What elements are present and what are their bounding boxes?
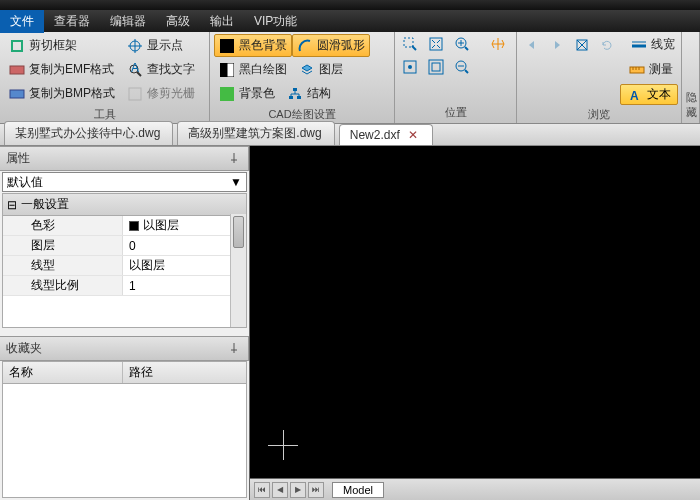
column-header[interactable]: 名称 [3, 362, 123, 383]
column-header[interactable]: 路径 [123, 362, 159, 383]
svg-line-18 [412, 46, 416, 50]
nav-refresh-icon [596, 35, 618, 55]
menu-vip[interactable]: VIP功能 [244, 10, 307, 33]
trim-icon [127, 86, 143, 102]
bmp-icon [9, 86, 25, 102]
svg-rect-26 [429, 60, 443, 74]
tab-nav-prev[interactable]: ◀ [272, 482, 288, 498]
combo-value: 默认值 [7, 174, 43, 191]
bw-icon [219, 62, 235, 78]
group-caption-hide: 隐藏 [686, 88, 695, 123]
black-bg-button[interactable]: 黑色背景 [214, 34, 292, 57]
bgcolor-icon [219, 86, 235, 102]
copy-bmp-button[interactable]: 复制为BMP格式 [4, 82, 120, 105]
pin-icon[interactable] [228, 152, 242, 166]
copy-emf-button[interactable]: 复制为EMF格式 [4, 58, 120, 81]
find-text-button[interactable]: A查找文字 [122, 58, 200, 81]
svg-rect-16 [297, 96, 301, 99]
favorites-header: 名称 路径 [2, 361, 247, 384]
group-caption-position: 位置 [399, 103, 512, 123]
menu-viewer[interactable]: 查看器 [44, 10, 100, 33]
property-filter-combo[interactable]: 默认值 ▼ [2, 172, 247, 192]
svg-rect-15 [289, 96, 293, 99]
drawing-canvas[interactable] [250, 146, 700, 478]
chevron-down-icon: ▼ [230, 175, 242, 189]
tab-nav-last[interactable]: ⏭ [308, 482, 324, 498]
bw-draw-button[interactable]: 黑白绘图 [214, 58, 292, 81]
model-tab[interactable]: Model [332, 482, 384, 498]
svg-rect-9 [129, 88, 141, 100]
svg-line-23 [465, 47, 468, 50]
close-icon[interactable]: ✕ [406, 128, 420, 142]
smooth-arc-button[interactable]: 圆滑弧形 [292, 34, 370, 57]
menu-file[interactable]: 文件 [0, 10, 44, 33]
menu-editor[interactable]: 编辑器 [100, 10, 156, 33]
search-text-icon: A [127, 62, 143, 78]
file-tab[interactable]: New2.dxf✕ [339, 124, 433, 145]
linewidth-button[interactable]: 线宽 [628, 34, 678, 55]
svg-text:A: A [630, 89, 639, 102]
zoom-in-icon[interactable] [451, 34, 473, 54]
black-bg-icon [219, 38, 235, 54]
zoom-extents-icon[interactable] [425, 34, 447, 54]
ruler-icon [629, 62, 645, 78]
svg-rect-17 [404, 38, 413, 47]
pin-icon[interactable] [228, 342, 242, 356]
measure-button[interactable]: 测量 [624, 58, 678, 81]
scrollbar[interactable] [230, 214, 246, 327]
structure-button[interactable]: 结构 [282, 82, 336, 105]
favorites-list[interactable] [2, 384, 247, 498]
property-category[interactable]: ⊟一般设置 [3, 194, 246, 216]
menu-advanced[interactable]: 高级 [156, 10, 200, 33]
property-row[interactable]: 线型以图层 [3, 256, 246, 276]
menu-output[interactable]: 输出 [200, 10, 244, 33]
svg-rect-10 [220, 39, 234, 53]
emf-icon [9, 62, 25, 78]
zoom-all-icon[interactable] [425, 57, 447, 77]
group-caption-browse: 浏览 [521, 105, 677, 125]
svg-rect-13 [220, 87, 234, 101]
tab-nav-next[interactable]: ▶ [290, 482, 306, 498]
property-row[interactable]: 色彩以图层 [3, 216, 246, 236]
text-icon: A [627, 87, 643, 103]
trim-raster-button[interactable]: 修剪光栅 [122, 82, 200, 105]
zoom-window-icon[interactable] [399, 34, 421, 54]
model-tab-bar: ⏮ ◀ ▶ ⏭ Model [250, 478, 700, 500]
zoom-out-icon[interactable] [451, 57, 473, 77]
ucs-icon [268, 430, 298, 460]
tab-nav-first[interactable]: ⏮ [254, 482, 270, 498]
layer-button[interactable]: 图层 [294, 58, 348, 81]
svg-point-25 [408, 65, 412, 69]
show-point-button[interactable]: 显示点 [122, 34, 200, 57]
text-button[interactable]: A文本 [620, 84, 678, 105]
file-tab-label: 高级别墅建筑方案图.dwg [188, 125, 321, 142]
svg-rect-14 [293, 88, 297, 91]
pan-icon[interactable] [487, 34, 509, 54]
zoom-fit-icon[interactable] [399, 57, 421, 77]
file-tab-label: New2.dxf [350, 128, 400, 142]
file-tab[interactable]: 高级别墅建筑方案图.dwg [177, 121, 334, 145]
property-row[interactable]: 图层0 [3, 236, 246, 256]
property-row[interactable]: 线型比例1 [3, 276, 246, 296]
layer-icon [299, 62, 315, 78]
file-tab[interactable]: 某别墅式办公接待中心.dwg [4, 121, 173, 145]
properties-panel-title: 属性 [0, 146, 249, 171]
crosshair-icon [127, 38, 143, 54]
svg-rect-12 [227, 63, 234, 77]
favorites-panel-title: 收藏夹 [0, 336, 249, 361]
svg-rect-19 [430, 38, 442, 50]
color-swatch [129, 221, 139, 231]
crop-frame-button[interactable]: 剪切框架 [4, 34, 120, 57]
bgcolor-button[interactable]: 背景色 [214, 82, 280, 105]
ribbon: 剪切框架 复制为EMF格式 复制为BMP格式 显示点 A查找文字 修剪光栅 工具… [0, 32, 700, 124]
structure-icon [287, 86, 303, 102]
arc-icon [297, 38, 313, 54]
file-tab-bar: 某别墅式办公接待中心.dwg 高级别墅建筑方案图.dwg New2.dxf✕ [0, 124, 700, 146]
linewidth-icon [631, 37, 647, 53]
svg-rect-2 [10, 90, 24, 98]
svg-rect-27 [432, 63, 440, 71]
crop-icon [9, 38, 25, 54]
menu-bar: 文件 查看器 编辑器 高级 输出 VIP功能 [0, 10, 700, 32]
svg-text:A: A [131, 62, 139, 75]
nav-home-icon[interactable] [571, 35, 593, 55]
